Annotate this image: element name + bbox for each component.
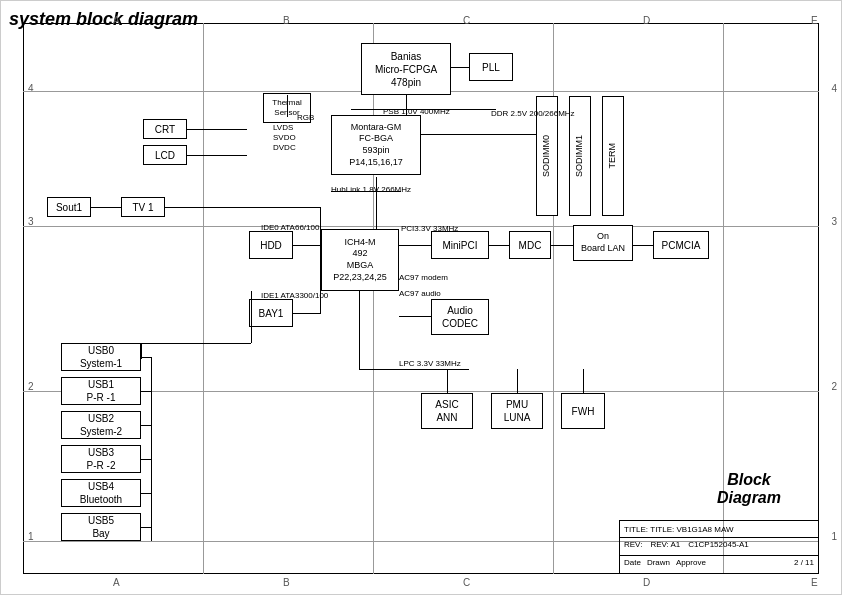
audio-codec-block: Audio CODEC [431, 299, 489, 335]
usb1-conn [141, 391, 151, 392]
ac97-modem-label: AC97 modem [399, 273, 448, 282]
hdd-block: HDD [249, 231, 293, 259]
ide0-label: IDE0 ATA66/100 [261, 223, 319, 232]
row-3-right: 3 [831, 216, 837, 227]
row-1-right: 1 [831, 531, 837, 542]
audio-codec-label: Audio CODEC [442, 304, 478, 330]
tv-ich-line [165, 207, 321, 208]
tv1-block: TV 1 [121, 197, 165, 217]
lcd-label: LCD [155, 149, 175, 162]
rev-row: REV: REV: A1 C1CP152045-A1 [620, 538, 818, 555]
col-c-bot: C [463, 577, 470, 588]
lpc-fwh-v [583, 369, 584, 393]
usb1-label: USB1 P-R -1 [87, 378, 116, 404]
bay1-ich-v [320, 245, 321, 313]
pmu-luna-label: PMU LUNA [504, 398, 531, 424]
usb-v-main [251, 291, 252, 343]
title-label-text: TITLE: [624, 525, 648, 534]
psb-h-line [351, 109, 496, 110]
usb5-label: USB5 Bay [88, 514, 114, 540]
banias-label: Banias Micro-FCPGA 478pin [375, 50, 437, 89]
col-a-bot: A [113, 577, 120, 588]
sout1-label: Sout1 [56, 201, 82, 214]
usb2-label: USB2 System-2 [80, 412, 122, 438]
usb0-conn [141, 357, 151, 358]
pmu-luna-block: PMU LUNA [491, 393, 543, 429]
row-4-left: 4 [28, 83, 34, 94]
usb2-block: USB2 System-2 [61, 411, 141, 439]
fwh-label: FWH [572, 405, 595, 418]
ich4m-block: ICH4-M 492 MBGA P22,23,24,25 [321, 229, 399, 291]
col-d-top: D [643, 15, 650, 26]
page: system block diagram A B C D E A B C D E… [0, 0, 842, 595]
minipci-label: MiniPCI [442, 239, 477, 252]
lpc-h-line [359, 369, 469, 370]
usb5-block: USB5 Bay [61, 513, 141, 541]
usb4-label: USB4 Bluetooth [80, 480, 122, 506]
col-e-bot: E [811, 577, 818, 588]
ac97-audio-label: AC97 audio [399, 289, 441, 298]
ich-audio-line [399, 316, 431, 317]
ich-lan-line [551, 245, 573, 246]
term-block: TERM [602, 96, 624, 216]
usb-h-top [141, 343, 251, 344]
col-b-top: B [283, 15, 290, 26]
usb5-conn [141, 527, 151, 528]
hublink-label: HubLink 1.8V 266MHz [331, 185, 411, 194]
montara-block: Montara-GM FC-BGA 593pin P14,15,16,17 [331, 115, 421, 175]
bay1-label: BAY1 [259, 307, 284, 320]
banias-block: Banias Micro-FCPGA 478pin [361, 43, 451, 95]
gridline-va [203, 23, 204, 574]
crt-label: CRT [155, 123, 175, 136]
usb3-label: USB3 P-R -2 [87, 446, 116, 472]
onboard-lan-block: On Board LAN [573, 225, 633, 261]
asic-ann-block: ASIC ANN [421, 393, 473, 429]
sheet-row: Date Drawn Approve 2 / 11 [620, 556, 818, 573]
mdc-block: MDC [509, 231, 551, 259]
rev-label: REV: [624, 540, 642, 552]
usb2-conn [141, 425, 151, 426]
lcd-line [187, 155, 247, 156]
onboard-lan-label: On Board LAN [581, 231, 625, 254]
block-diagram-label: BlockDiagram [717, 471, 781, 507]
lpc-pmu-v [517, 369, 518, 393]
pcmcia-label: PCMCIA [662, 239, 701, 252]
crt-line [187, 129, 247, 130]
sheet-label-group: Date Drawn Approve [624, 558, 706, 571]
ich4m-label: ICH4-M 492 MBGA P22,23,24,25 [333, 237, 387, 284]
usb0-block: USB0 System-1 [61, 343, 141, 371]
title-row: TITLE: TITLE: VB1G1A8 MAW [620, 521, 818, 538]
usb1-block: USB1 P-R -1 [61, 377, 141, 405]
montara-label: Montara-GM FC-BGA 593pin P14,15,16,17 [349, 122, 403, 169]
dvdc-label: DVDC [273, 143, 296, 152]
ich-lpc-v [359, 291, 360, 369]
banias-montara-v [406, 95, 407, 115]
date-label: Date [624, 558, 641, 571]
approve-label: Approve [676, 558, 706, 571]
crt-block: CRT [143, 119, 187, 139]
ich-mdc-line [489, 245, 509, 246]
title-box: TITLE: TITLE: VB1G1A8 MAW REV: REV: A1 C… [619, 520, 819, 574]
part-value: C1CP152045-A1 [688, 540, 748, 552]
row-4-right: 4 [831, 83, 837, 94]
banias-pll-line [451, 67, 469, 68]
pll-label: PLL [482, 61, 500, 74]
usb3-conn [141, 459, 151, 460]
sout1-block: Sout1 [47, 197, 91, 217]
rev-value: REV: A1 [650, 540, 680, 552]
thermal-v-line [287, 95, 288, 117]
ddr-label: DDR 2.5V 200/266MHz [491, 109, 575, 118]
minipci-block: MiniPCI [431, 231, 489, 259]
tv1-label: TV 1 [132, 201, 153, 214]
sodimm1-label: SODIMM1 [574, 135, 586, 177]
col-d-bot: D [643, 577, 650, 588]
ich-minipci-line [399, 245, 431, 246]
usb-bus-v [151, 357, 152, 541]
bay1-ich-line [293, 313, 321, 314]
pcmcia-block: PCMCIA [653, 231, 709, 259]
usb4-block: USB4 Bluetooth [61, 479, 141, 507]
sheet-num: 2 / 11 [794, 558, 814, 571]
col-c-top: C [463, 15, 470, 26]
rgb-label: RGB [297, 113, 314, 122]
pll-block: PLL [469, 53, 513, 81]
